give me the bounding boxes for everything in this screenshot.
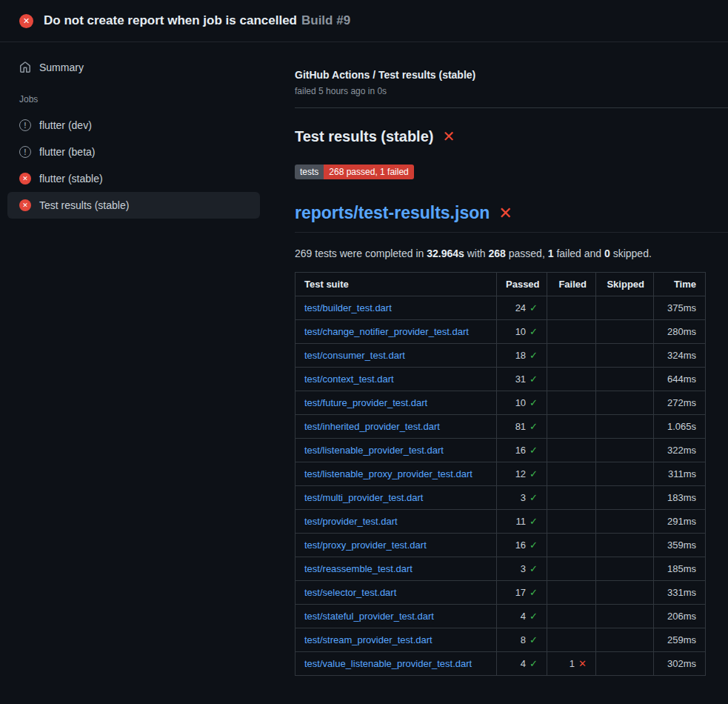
sidebar-item-job[interactable]: !flutter (beta) <box>7 139 260 165</box>
test-suite-cell: test/change_notifier_provider_test.dart <box>295 320 497 344</box>
time-cell: 280ms <box>654 320 706 344</box>
passed-cell-value: 24 <box>515 302 526 313</box>
summary-passed-count: 268 <box>489 248 506 259</box>
check-icon: ✓ <box>530 492 538 503</box>
sidebar-item-label: flutter (beta) <box>39 146 95 158</box>
test-suite-link[interactable]: test/value_listenable_provider_test.dart <box>304 658 472 669</box>
test-suite-link[interactable]: test/proxy_provider_test.dart <box>304 539 427 551</box>
tests-summary-line: 269 tests were completed in 32.964s with… <box>295 248 705 259</box>
skipped-cell <box>596 391 654 415</box>
passed-cell-value: 18 <box>515 350 526 361</box>
sidebar-item-label: Test results (stable) <box>39 199 129 211</box>
alert-circle-icon: ! <box>19 119 31 131</box>
report-file-link[interactable]: reports/test-results.json <box>295 203 490 223</box>
sidebar-item-job[interactable]: !flutter (dev) <box>7 112 260 139</box>
summary-text: skipped. <box>610 248 652 259</box>
sidebar-item-summary[interactable]: Summary <box>7 56 260 79</box>
time-cell: 322ms <box>654 439 706 462</box>
passed-cell: 17✓ <box>497 581 547 605</box>
skipped-cell <box>596 534 654 557</box>
badge-value: 268 passed, 1 failed <box>324 165 413 179</box>
section-title: Test results (stable) ✕ <box>295 127 705 145</box>
test-suite-cell: test/future_provider_test.dart <box>295 391 497 415</box>
test-suite-link[interactable]: test/builder_test.dart <box>304 302 392 313</box>
passed-cell: 12✓ <box>497 462 547 486</box>
time-cell: 291ms <box>654 510 706 534</box>
passed-cell-value: 10 <box>515 326 526 337</box>
column-header-failed: Failed <box>547 273 596 296</box>
skipped-cell <box>596 344 654 368</box>
failed-x-icon: ✕ <box>498 204 512 223</box>
test-suite-link[interactable]: test/reassemble_test.dart <box>304 563 413 574</box>
failed-cell <box>547 439 596 462</box>
table-row: test/inherited_provider_test.dart81✓1.06… <box>295 415 706 439</box>
test-suite-link[interactable]: test/stream_provider_test.dart <box>304 634 433 645</box>
summary-skipped-count: 0 <box>604 248 610 259</box>
section-title-text: Test results (stable) <box>295 128 433 145</box>
passed-cell-value: 3 <box>521 563 526 574</box>
test-suite-link[interactable]: test/context_test.dart <box>304 373 394 385</box>
test-suite-link[interactable]: test/consumer_test.dart <box>304 350 405 361</box>
passed-cell: 4✓ <box>497 605 547 628</box>
failed-cell <box>547 368 596 391</box>
time-cell: 302ms <box>654 652 706 676</box>
sidebar-item-job[interactable]: ✕Test results (stable) <box>7 192 260 219</box>
passed-cell: 11✓ <box>497 510 547 534</box>
summary-text: passed, <box>506 248 548 259</box>
passed-cell: 10✓ <box>497 391 547 415</box>
time-cell: 185ms <box>654 557 706 581</box>
passed-cell: 31✓ <box>497 368 547 391</box>
test-suite-link[interactable]: test/change_notifier_provider_test.dart <box>304 326 469 337</box>
test-suite-cell: test/builder_test.dart <box>295 296 497 320</box>
sidebar-item-job[interactable]: ✕flutter (stable) <box>7 165 260 192</box>
table-row: test/consumer_test.dart18✓324ms <box>295 344 706 368</box>
passed-cell: 81✓ <box>497 415 547 439</box>
summary-failed-count: 1 <box>548 248 554 259</box>
test-suite-link[interactable]: test/future_provider_test.dart <box>304 397 427 408</box>
table-row: test/provider_test.dart11✓291ms <box>295 510 706 534</box>
table-row: test/builder_test.dart24✓375ms <box>295 296 706 320</box>
test-suite-link[interactable]: test/inherited_provider_test.dart <box>304 421 440 432</box>
check-icon: ✓ <box>530 539 538 551</box>
check-icon: ✓ <box>530 587 538 598</box>
skipped-cell <box>596 486 654 510</box>
time-cell: 324ms <box>654 344 706 368</box>
check-icon: ✓ <box>530 445 538 456</box>
test-suite-link[interactable]: test/stateful_provider_test.dart <box>304 611 434 622</box>
passed-cell-value: 16 <box>515 539 526 551</box>
skipped-cell <box>596 368 654 391</box>
sidebar: Summary Jobs !flutter (dev)!flutter (bet… <box>0 42 267 219</box>
table-row: test/listenable_provider_test.dart16✓322… <box>295 439 706 462</box>
test-suite-link[interactable]: test/listenable_provider_test.dart <box>304 445 444 456</box>
passed-cell-value: 31 <box>515 373 526 385</box>
failed-cell <box>547 391 596 415</box>
failed-cell <box>547 534 596 557</box>
jobs-list: !flutter (dev)!flutter (beta)✕flutter (s… <box>0 112 267 219</box>
test-suite-link[interactable]: test/multi_provider_test.dart <box>304 492 423 503</box>
test-suite-link[interactable]: test/selector_test.dart <box>304 587 396 598</box>
passed-cell: 8✓ <box>497 628 547 652</box>
check-icon: ✓ <box>530 516 538 527</box>
build-title-text: Do not create report when job is cancell… <box>44 13 297 27</box>
table-row: test/change_notifier_provider_test.dart1… <box>295 320 706 344</box>
breadcrumb: GitHub Actions / Test results (stable) <box>295 69 705 81</box>
time-cell: 359ms <box>654 534 706 557</box>
test-suite-cell: test/listenable_provider_test.dart <box>295 439 497 462</box>
check-icon: ✓ <box>530 397 538 408</box>
passed-cell: 16✓ <box>497 439 547 462</box>
sidebar-item-label: flutter (dev) <box>39 119 92 131</box>
test-suite-cell: test/listenable_proxy_provider_test.dart <box>295 462 497 486</box>
check-icon: ✓ <box>530 373 538 385</box>
time-cell: 259ms <box>654 628 706 652</box>
skipped-cell <box>596 557 654 581</box>
test-suite-cell: test/selector_test.dart <box>295 581 497 605</box>
test-suite-link[interactable]: test/provider_test.dart <box>304 516 398 527</box>
time-cell: 183ms <box>654 486 706 510</box>
build-number: Build #9 <box>301 13 350 27</box>
check-icon: ✓ <box>530 611 538 622</box>
table-row: test/stream_provider_test.dart8✓259ms <box>295 628 706 652</box>
divider <box>295 107 728 108</box>
test-suite-link[interactable]: test/listenable_proxy_provider_test.dart <box>304 468 472 479</box>
passed-cell-value: 8 <box>521 634 526 645</box>
time-cell: 331ms <box>654 581 706 605</box>
